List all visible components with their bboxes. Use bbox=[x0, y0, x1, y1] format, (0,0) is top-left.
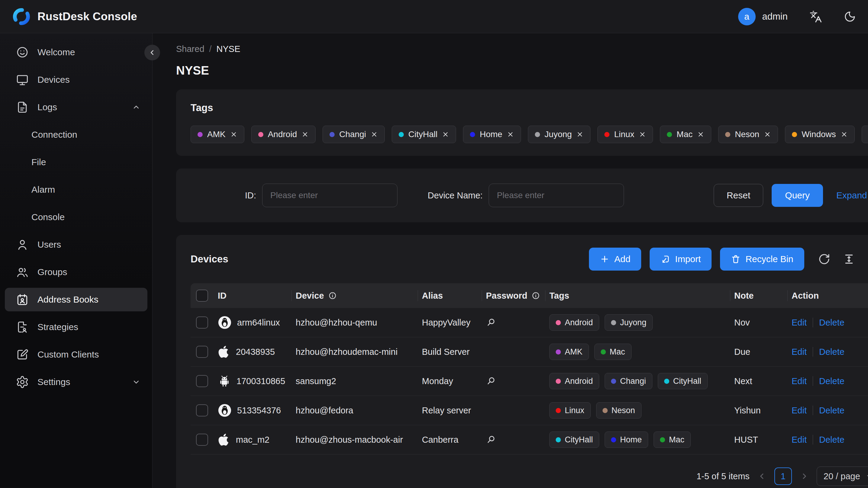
column-header-password: Password bbox=[486, 283, 549, 308]
sidebar-item-label: File bbox=[31, 157, 46, 167]
select-row-checkbox[interactable] bbox=[196, 375, 208, 387]
remove-tag-icon[interactable] bbox=[576, 131, 584, 138]
remove-tag-icon[interactable] bbox=[442, 131, 449, 138]
tag-chip-mac[interactable]: Mac bbox=[660, 126, 711, 143]
info-icon[interactable] bbox=[328, 292, 337, 300]
tag-color-dot bbox=[330, 132, 335, 137]
username[interactable]: admin bbox=[762, 11, 788, 22]
remove-tag-icon[interactable] bbox=[697, 131, 704, 138]
sidebar-item-custom-clients[interactable]: Custom Clients bbox=[5, 343, 147, 366]
reset-button[interactable]: Reset bbox=[714, 184, 763, 207]
tag-chip-changi[interactable]: Changi bbox=[322, 126, 385, 143]
info-icon[interactable] bbox=[532, 292, 540, 300]
edit-link[interactable]: Edit bbox=[792, 376, 807, 386]
edit-link[interactable]: Edit bbox=[792, 435, 807, 445]
delete-link[interactable]: Delete bbox=[819, 376, 844, 386]
page-size-select[interactable]: 20 / page bbox=[817, 466, 868, 486]
recycle-bin-button[interactable]: Recycle Bin bbox=[720, 248, 804, 271]
add-tag-button[interactable]: + bbox=[862, 126, 868, 143]
language-icon[interactable] bbox=[809, 10, 822, 23]
breadcrumb: Shared / NYSE bbox=[176, 44, 868, 54]
reveal-password-icon[interactable] bbox=[486, 317, 549, 328]
sidebar-item-settings[interactable]: Settings bbox=[5, 370, 147, 394]
gear-icon bbox=[16, 375, 29, 389]
import-button[interactable]: Import bbox=[650, 248, 712, 271]
sidebar-item-label: Connection bbox=[31, 129, 77, 140]
sidebar-item-label: Groups bbox=[37, 267, 67, 277]
device-id: arm64linux bbox=[237, 318, 280, 328]
page-number-1[interactable]: 1 bbox=[774, 467, 792, 485]
tag-chip-amk[interactable]: AMK bbox=[191, 126, 244, 143]
tag-chip-android[interactable]: Android bbox=[251, 126, 316, 143]
sidebar-item-groups[interactable]: Groups bbox=[5, 260, 147, 284]
remove-tag-icon[interactable] bbox=[639, 131, 646, 138]
delete-link[interactable]: Delete bbox=[819, 405, 844, 416]
sidebar-item-file[interactable]: File bbox=[5, 150, 147, 174]
sidebar-item-welcome[interactable]: Welcome bbox=[5, 40, 147, 64]
remove-tag-icon[interactable] bbox=[230, 131, 238, 138]
delete-link[interactable]: Delete bbox=[819, 318, 844, 328]
select-row-checkbox[interactable] bbox=[196, 316, 208, 329]
select-row-checkbox[interactable] bbox=[196, 346, 208, 358]
tag-chip-home[interactable]: Home bbox=[463, 126, 521, 143]
delete-link[interactable]: Delete bbox=[819, 347, 844, 357]
add-device-button[interactable]: Add bbox=[589, 248, 641, 271]
query-button[interactable]: Query bbox=[772, 184, 823, 207]
tag-chip-windows[interactable]: Windows bbox=[785, 126, 855, 143]
tag-chip-linux[interactable]: Linux bbox=[597, 126, 653, 143]
device-id: 20438935 bbox=[236, 347, 275, 357]
device-note: Yishun bbox=[734, 405, 792, 416]
remove-tag-icon[interactable] bbox=[302, 131, 309, 138]
select-all-checkbox[interactable] bbox=[196, 289, 208, 302]
previous-page-icon[interactable] bbox=[757, 472, 767, 481]
edit-link[interactable]: Edit bbox=[792, 405, 807, 416]
tags-card-title: Tags bbox=[191, 102, 868, 114]
sidebar-item-alarm[interactable]: Alarm bbox=[5, 178, 147, 202]
tag-color-dot bbox=[197, 132, 203, 137]
reveal-password-icon[interactable] bbox=[486, 434, 549, 445]
edit-square-icon bbox=[16, 348, 29, 361]
edit-link[interactable]: Edit bbox=[792, 347, 807, 357]
tag-chip-juyong[interactable]: Juyong bbox=[528, 126, 590, 143]
sidebar-collapse-button[interactable] bbox=[144, 45, 160, 60]
tag-chip-cityhall[interactable]: CityHall bbox=[392, 126, 456, 143]
sidebar-item-logs[interactable]: Logs bbox=[5, 95, 147, 119]
device-tag: Changi bbox=[604, 373, 652, 389]
device-id: mac_m2 bbox=[236, 435, 270, 445]
sidebar-item-connection[interactable]: Connection bbox=[5, 123, 147, 147]
device-alias: Relay server bbox=[422, 405, 486, 416]
delete-link[interactable]: Delete bbox=[819, 435, 844, 445]
sidebar-item-strategies[interactable]: Strategies bbox=[5, 315, 147, 339]
device-note: HUST bbox=[734, 435, 792, 445]
select-row-checkbox[interactable] bbox=[196, 404, 208, 417]
trash-icon bbox=[731, 254, 741, 264]
sidebar-item-console[interactable]: Console bbox=[5, 205, 147, 229]
id-filter-input[interactable] bbox=[262, 184, 398, 207]
tag-color-dot bbox=[258, 132, 264, 137]
users-icon bbox=[16, 266, 29, 279]
remove-tag-icon[interactable] bbox=[764, 131, 771, 138]
edit-link[interactable]: Edit bbox=[792, 318, 807, 328]
tag-chip-neson[interactable]: Neson bbox=[718, 126, 778, 143]
breadcrumb-shared[interactable]: Shared bbox=[176, 44, 205, 54]
contact-book-icon bbox=[16, 293, 29, 306]
sidebar-item-label: Settings bbox=[37, 377, 70, 387]
dark-mode-moon-icon[interactable] bbox=[844, 10, 856, 23]
device-note: Due bbox=[734, 347, 792, 357]
plus-icon bbox=[600, 254, 610, 264]
remove-tag-icon[interactable] bbox=[371, 131, 378, 138]
sidebar-item-users[interactable]: Users bbox=[5, 233, 147, 256]
sidebar-item-devices[interactable]: Devices bbox=[5, 68, 147, 92]
device-tag: AMK bbox=[549, 344, 589, 360]
remove-tag-icon[interactable] bbox=[840, 131, 848, 138]
next-page-icon[interactable] bbox=[800, 472, 809, 481]
select-row-checkbox[interactable] bbox=[196, 434, 208, 446]
row-height-icon[interactable] bbox=[843, 253, 855, 265]
expand-link[interactable]: Expand bbox=[836, 190, 868, 201]
sidebar-item-address-books[interactable]: Address Books bbox=[5, 288, 147, 311]
avatar[interactable]: a bbox=[738, 8, 756, 25]
device-name-filter-input[interactable] bbox=[489, 184, 624, 207]
reveal-password-icon[interactable] bbox=[486, 376, 549, 386]
remove-tag-icon[interactable] bbox=[507, 131, 514, 138]
refresh-icon[interactable] bbox=[818, 253, 830, 265]
